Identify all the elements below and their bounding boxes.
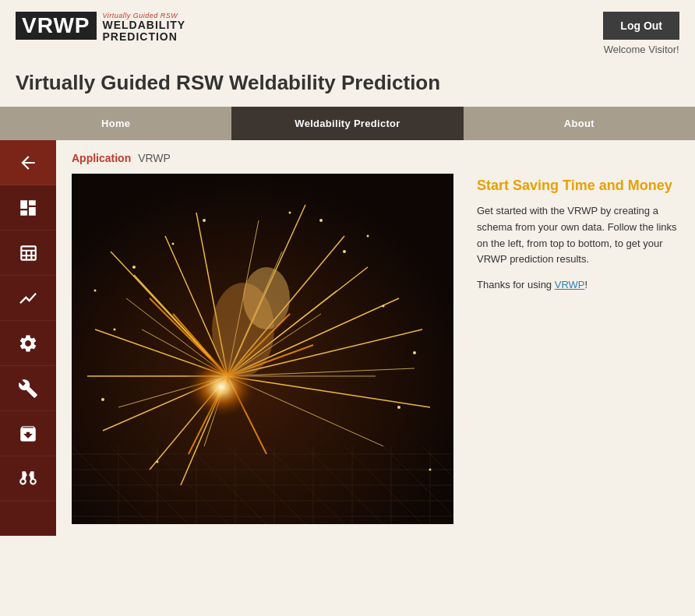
logout-button[interactable]: Log Out [603,12,679,40]
svg-point-73 [94,290,97,292]
logo-acronym: VRWP [16,12,97,40]
nav-item-about[interactable]: About [464,107,695,140]
svg-point-65 [413,351,416,354]
chart-icon [18,288,38,308]
svg-point-74 [319,219,323,222]
dashboard-icon [18,198,38,218]
svg-point-71 [203,219,206,222]
cube-icon [18,424,38,444]
header: VRWP Virtually Guided RSW WELDABILITY PR… [0,0,695,63]
welcome-text: Welcome Visitor! [604,44,679,55]
sidebar-item-table[interactable] [0,231,56,276]
svg-point-60 [243,267,290,329]
logo-subtitle: Virtually Guided RSW WELDABILITY PREDICT… [103,12,186,44]
table-icon [18,243,38,263]
breadcrumb-app-label: Application [72,152,131,164]
breadcrumb-app-name: VRWP [138,152,171,164]
svg-point-68 [157,461,159,463]
settings-icon [18,333,38,354]
svg-point-69 [397,406,400,409]
svg-point-67 [101,398,104,401]
back-icon [18,153,38,173]
nav-item-home[interactable]: Home [0,107,231,140]
sidebar-item-chart[interactable] [0,276,56,321]
logo-line2: WELDABILITY [103,19,186,31]
sidebar-item-cube[interactable] [0,411,56,456]
right-panel-heading: Start Saving Time and Money [477,178,679,194]
sidebar-item-binoculars[interactable] [0,456,56,502]
wrench-icon [18,378,38,399]
right-panel: Start Saving Time and Money Get started … [469,174,679,303]
vrwp-link[interactable]: VRWP [555,279,585,290]
nav-item-predictor[interactable]: Weldability Predictor [231,107,463,140]
main-container: Application VRWP [0,140,695,536]
sidebar-item-settings[interactable] [0,321,56,366]
logo-area: VRWP Virtually Guided RSW WELDABILITY PR… [16,12,185,44]
sidebar [0,140,56,536]
svg-point-62 [172,243,175,245]
content-body: Start Saving Time and Money Get started … [72,174,679,524]
svg-point-66 [114,329,116,331]
binoculars-icon [18,469,38,489]
right-panel-paragraph1: Get started with the VRWP by creating a … [477,203,679,268]
content-area: Application VRWP [56,140,695,536]
svg-point-70 [289,212,291,214]
nav-bar: Home Weldability Predictor About [0,107,695,140]
page-title: Virtually Guided RSW Weldability Predict… [0,63,695,107]
welding-image [72,174,453,524]
sidebar-item-wrench[interactable] [0,366,56,411]
svg-point-63 [343,250,346,253]
header-right: Log Out Welcome Visitor! [603,12,679,55]
sidebar-item-back[interactable] [0,140,56,185]
svg-point-72 [429,469,432,471]
svg-point-61 [132,266,136,269]
right-panel-paragraph2: Thanks for using VRWP! [477,277,679,294]
svg-point-75 [367,235,369,238]
breadcrumb: Application VRWP [72,152,679,164]
logo-line3: PREDICTION [103,31,186,43]
svg-point-64 [383,305,385,308]
sidebar-item-dashboard[interactable] [0,185,56,231]
